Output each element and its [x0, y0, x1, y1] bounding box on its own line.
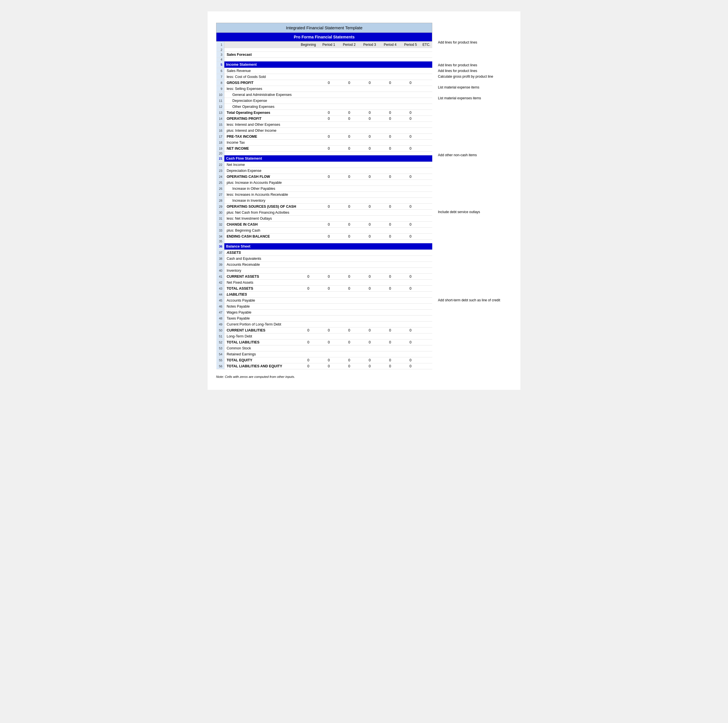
row-num-28: 28 [216, 198, 224, 204]
ending-cash-label: ENDING CASH BALANCE [224, 234, 298, 240]
ecb-beginning [298, 234, 318, 240]
spacer-9 [438, 80, 512, 85]
ni-p1: 0 [318, 146, 339, 152]
row-46: 46 Notes Payable [216, 303, 432, 309]
ocf-beginning [298, 174, 318, 180]
notes-section: Add lines for product lines Add lines fo… [438, 23, 512, 378]
note-row-31: Include debt service outlays [438, 210, 512, 214]
total-equity-label: TOTAL EQUITY [224, 357, 298, 363]
row-num-46: 46 [216, 303, 224, 309]
row-14: 14 OPERATING PROFIT 0 0 0 0 0 [216, 116, 432, 122]
row-37: 37 ASSETS [216, 250, 432, 256]
row-36-balance-header: 36 Balance Sheet [216, 243, 432, 250]
pti-beginning [298, 134, 318, 140]
row-24: 24 OPERATING CASH FLOW 0 0 0 0 0 [216, 174, 432, 180]
row-num-13: 13 [216, 110, 224, 116]
assets-label: ASSETS [224, 250, 298, 256]
current-ltd-label: Current Portion of Long-Term Debt [224, 322, 298, 328]
gross-profit-p1: 0 [318, 80, 339, 86]
row-num-16: 16 [216, 128, 224, 134]
ecb-p2: 0 [339, 234, 359, 240]
gross-profit-beginning [298, 80, 318, 86]
depreciation-expense-label: Depreciation Expense [224, 98, 298, 104]
row-num-33: 33 [216, 228, 224, 234]
row-num-8: 8 [216, 80, 224, 86]
change-in-cash-label: CHANGE IN CASH [224, 222, 298, 228]
row-num-1: 1 [216, 41, 224, 48]
row-num-30: 30 [216, 210, 224, 216]
row-39: 39 Accounts Receivable [216, 262, 432, 268]
main-layout: Integrated Financial Statement Template … [216, 23, 512, 378]
op-p3: 0 [359, 116, 380, 122]
row-num-12: 12 [216, 104, 224, 110]
current-assets-label: CURRENT ASSETS [224, 274, 298, 280]
row-num-44: 44 [216, 292, 224, 298]
row-num-7: 7 [216, 74, 224, 80]
row-8: 8 GROSS PROFIT 0 0 0 0 0 [216, 80, 432, 86]
row-num-29: 29 [216, 204, 224, 210]
ta-beginning: 0 [298, 286, 318, 292]
row-52: 52 TOTAL LIABILITIES 0 0 0 0 0 0 [216, 340, 432, 345]
col-period5: Period 5 [401, 41, 421, 48]
total-operating-expenses-label: Total Operating Expenses [224, 110, 298, 116]
row-num-18: 18 [216, 140, 224, 146]
tl-p2: 0 [339, 340, 359, 345]
cashflow-section-header: Cash Flow Statement [224, 155, 432, 162]
row-num-52: 52 [216, 340, 224, 345]
row-num-23: 23 [216, 168, 224, 174]
row-22: 22 Net Income [216, 162, 432, 168]
row-38: 38 Cash and Equivalents [216, 256, 432, 262]
ca-p5: 0 [401, 274, 421, 280]
pti-p4: 0 [380, 134, 401, 140]
row-num-4: 4 [216, 58, 224, 61]
row-18: 18 Income Tax [216, 140, 432, 146]
op-p5: 0 [401, 116, 421, 122]
row-20: 20 [216, 152, 432, 155]
row-num-53: 53 [216, 345, 224, 351]
cogs-label: less: Cost of Goods Sold [224, 74, 298, 80]
gross-profit-label: GROSS PROFIT [224, 80, 298, 86]
note-row-12: List material expenses items [438, 96, 512, 100]
row-num-49: 49 [216, 322, 224, 328]
te-p5: 0 [401, 357, 421, 363]
tle-p2: 0 [339, 363, 359, 369]
row-29: 29 OPERATING SOURCES (USES) OF CASH 0 0 … [216, 204, 432, 210]
row-num-56: 56 [216, 363, 224, 369]
operating-sources-label: OPERATING SOURCES (USES) OF CASH [224, 204, 298, 210]
gross-profit-p4: 0 [380, 80, 401, 86]
row-13: 13 Total Operating Expenses 0 0 0 0 0 [216, 110, 432, 116]
long-term-debt-label: Long-Term Debt [224, 334, 298, 340]
row-num-14: 14 [216, 116, 224, 122]
op-p2: 0 [339, 116, 359, 122]
ecb-p1: 0 [318, 234, 339, 240]
row-42: 42 Net Fixed Assets [216, 280, 432, 286]
toe-p5: 0 [401, 110, 421, 116]
operating-cashflow-label: OPERATING CASH FLOW [224, 174, 298, 180]
ni-p5: 0 [401, 146, 421, 152]
row-num-5: 5 [216, 61, 224, 68]
row-num-20: 20 [216, 152, 224, 155]
row-6: 6 Sales Revenue [216, 68, 432, 74]
balance-section-header: Balance Sheet [224, 243, 432, 250]
row-num-41: 41 [216, 274, 224, 280]
depreciation-cf-label: Depreciation Expense [224, 168, 298, 174]
row-26: 26 Increase in Other Payables [216, 186, 432, 192]
ar-increase-label: less: Increases in Accounts Receivable [224, 192, 298, 198]
inventory-increase-label: Increase in Inventory [224, 198, 298, 204]
accounts-payable-bs-label: Accounts Payable [224, 298, 298, 303]
row-27: 27 less: Increases in Accounts Receivabl… [216, 192, 432, 198]
ta-p1: 0 [318, 286, 339, 292]
note-row-3: Add lines for product lines [438, 40, 512, 44]
osuc-p3: 0 [359, 204, 380, 210]
tle-p5: 0 [401, 363, 421, 369]
row-19: 19 NET INCOME 0 0 0 0 0 [216, 146, 432, 152]
col-period2: Period 2 [339, 41, 359, 48]
title-row: Integrated Financial Statement Template [216, 23, 432, 33]
other-operating-label: Other Operating Expenses [224, 104, 298, 110]
col-period4: Period 4 [380, 41, 401, 48]
ecb-p3: 0 [359, 234, 380, 240]
wages-payable-label: Wages Payable [224, 309, 298, 316]
gross-profit-p3: 0 [359, 80, 380, 86]
pti-p3: 0 [359, 134, 380, 140]
row-7: 7 less: Cost of Goods Sold [216, 74, 432, 80]
